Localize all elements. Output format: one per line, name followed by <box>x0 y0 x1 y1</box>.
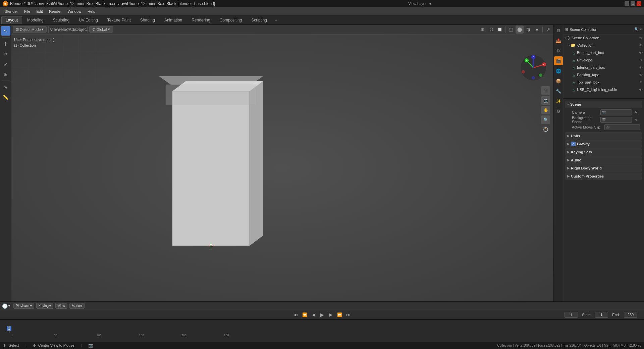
botton-vis-icon[interactable]: 👁 <box>639 51 643 55</box>
marker-menu[interactable]: Marker <box>69 303 85 309</box>
prop-tab-world[interactable]: 🌐 <box>554 66 563 75</box>
section-keying-sets[interactable]: ▶ Keying Sets <box>565 148 642 156</box>
prop-tab-physics[interactable]: ⚙ <box>554 107 563 115</box>
outliner-item-envelope[interactable]: △ Envelope 👁 <box>563 56 644 64</box>
shading-material[interactable]: ◑ <box>524 26 532 34</box>
outliner-item-top[interactable]: △ Top_part_box 👁 <box>563 79 644 86</box>
keying-menu[interactable]: Keying ▾ <box>36 303 54 309</box>
menu-file[interactable]: File <box>21 9 33 14</box>
object-menu[interactable]: Object <box>77 26 86 34</box>
section-scene[interactable]: ▾ Scene <box>565 101 642 108</box>
overlay-btn-1[interactable]: ⊞ <box>478 26 486 34</box>
prop-tab-modifier[interactable]: 🔧 <box>554 87 563 95</box>
tab-texture-paint[interactable]: Texture Paint <box>103 16 135 24</box>
outliner-item-scene-collection[interactable]: ▾ ⬡ Scene Collection 👁 <box>563 34 644 42</box>
menu-window[interactable]: Window <box>65 9 84 14</box>
zoom-camera-btn[interactable]: 🎥 <box>541 86 550 95</box>
section-custom-props[interactable]: ▶ Custom Properties <box>565 172 642 180</box>
section-rigid-body[interactable]: ▶ Rigid Body World <box>565 164 642 172</box>
usbc-vis-icon[interactable]: 👁 <box>639 88 643 92</box>
step-back-btn[interactable]: ◀ <box>310 311 317 318</box>
step-fwd-btn[interactable]: ▶ <box>327 311 334 318</box>
add-workspace-button[interactable]: + <box>272 16 280 24</box>
tool-select[interactable]: ↖ <box>1 26 10 36</box>
viewport-gizmo[interactable]: X Y Z <box>520 54 547 81</box>
prop-tab-particles[interactable]: ✨ <box>554 97 563 105</box>
tab-modeling[interactable]: Modeling <box>23 16 48 24</box>
camera-value[interactable]: 📷 <box>600 109 632 115</box>
collection-vis-icon[interactable]: 👁 <box>639 44 643 47</box>
top-vis-icon[interactable]: 👁 <box>639 81 643 84</box>
envelope-vis-icon[interactable]: 👁 <box>639 58 643 62</box>
start-frame-input[interactable]: 1 <box>595 312 608 318</box>
menu-edit[interactable]: Edit <box>34 9 46 14</box>
tab-layout[interactable]: Layout <box>1 16 22 24</box>
section-audio[interactable]: ▶ Audio <box>565 156 642 164</box>
viewport-gizmos[interactable]: ↗ <box>544 26 552 34</box>
bg-scene-value[interactable]: 🎬 <box>600 117 632 123</box>
timeline-scrubber[interactable]: 1 1 50 100 150 200 250 <box>0 319 644 334</box>
outliner-filter-icon2[interactable]: ▾ <box>640 27 642 32</box>
view-menu-tl[interactable]: View <box>55 303 67 309</box>
playback-menu[interactable]: Playback ▾ <box>13 303 34 309</box>
jump-back-btn[interactable]: ⏪ <box>301 311 308 318</box>
overlay-btn-2[interactable]: ⬡ <box>487 26 495 34</box>
prop-tab-view-layer[interactable]: ⧉ <box>554 46 563 55</box>
shading-solid[interactable]: ⬤ <box>516 26 524 34</box>
packing-vis-icon[interactable]: 👁 <box>639 73 643 77</box>
tab-scripting[interactable]: Scripting <box>247 16 271 24</box>
end-frame-input[interactable]: 250 <box>624 312 637 318</box>
outliner-search-icon[interactable]: 🔍 <box>634 27 639 32</box>
section-gravity[interactable]: ▶ ✓ Gravity <box>565 140 642 148</box>
jump-end-btn[interactable]: ⏭ <box>344 311 352 318</box>
jump-start-btn[interactable]: ⏮ <box>292 311 300 318</box>
tool-annotate[interactable]: ✎ <box>1 83 10 92</box>
workspace-dropdown-icon[interactable]: ▾ <box>429 2 431 6</box>
snap-btn[interactable]: 🔲 <box>496 26 504 34</box>
shading-wire[interactable]: ⬚ <box>507 26 515 34</box>
tool-transform[interactable]: ⊞ <box>1 69 10 79</box>
maximize-button[interactable]: □ <box>631 1 635 6</box>
jump-fwd-btn[interactable]: ⏩ <box>336 311 343 318</box>
titlebar-controls[interactable]: ─ □ ✕ <box>625 1 641 6</box>
tab-uv-editing[interactable]: UV Editing <box>74 16 102 24</box>
menu-render[interactable]: Render <box>46 9 64 14</box>
tool-move[interactable]: ✛ <box>1 39 10 49</box>
menu-blender[interactable]: Blender <box>2 9 21 14</box>
hand-tool[interactable]: ✋ <box>541 106 550 114</box>
outliner-item-botton[interactable]: △ Botton_part_box 👁 <box>563 49 644 56</box>
outliner-item-usbc[interactable]: △ USB_C_Lightning_cable 👁 <box>563 86 644 93</box>
tab-sculpting[interactable]: Sculpting <box>49 16 74 24</box>
visibility-icon[interactable]: 👁 <box>639 36 643 40</box>
close-button[interactable]: ✕ <box>637 1 641 6</box>
prop-tab-object[interactable]: 📦 <box>554 77 563 85</box>
camera-edit-btn[interactable]: ✎ <box>632 108 640 116</box>
tab-compositing[interactable]: Compositing <box>215 16 247 24</box>
bg-scene-edit-btn[interactable]: ✎ <box>632 116 640 124</box>
movie-clip-value[interactable]: 🎥 <box>604 124 640 130</box>
search-tool[interactable]: 🔍 <box>541 115 550 124</box>
minimize-button[interactable]: ─ <box>625 1 629 6</box>
select-menu[interactable]: Select <box>59 26 67 34</box>
toggle-camera-btn[interactable]: 📷 <box>541 96 550 105</box>
tool-scale[interactable]: ⤢ <box>1 59 10 69</box>
interior-vis-icon[interactable]: 👁 <box>639 66 643 69</box>
menu-help[interactable]: Help <box>85 9 98 14</box>
shading-render[interactable]: ● <box>533 26 541 34</box>
prop-tab-render[interactable]: 🖥 <box>554 26 563 35</box>
tool-measure[interactable]: 📏 <box>1 93 10 102</box>
tab-rendering[interactable]: Rendering <box>187 16 214 24</box>
tl-arrow[interactable]: ▾ <box>8 304 10 308</box>
tab-animation[interactable]: Animation <box>160 16 186 24</box>
transform-pivot[interactable]: ⊙ Global ▾ <box>89 26 113 33</box>
prop-tab-scene[interactable]: 🎬 <box>554 56 563 65</box>
3d-viewport[interactable]: User Perspective (Local) (1) Collection … <box>11 34 553 301</box>
play-btn[interactable]: ▶ <box>318 311 326 318</box>
mode-dropdown[interactable]: ⊡ Object Mode ▾ <box>13 26 47 33</box>
outliner-item-packing[interactable]: △ Packing_tape 👁 <box>563 71 644 79</box>
navigation-widget[interactable] <box>543 127 548 132</box>
gravity-checkbox[interactable]: ✓ <box>571 142 576 146</box>
current-frame-input[interactable]: 1 <box>565 312 578 318</box>
section-units[interactable]: ▶ Units <box>565 132 642 140</box>
outliner-item-collection[interactable]: ▾ 📁 Collection 👁 <box>563 42 644 49</box>
